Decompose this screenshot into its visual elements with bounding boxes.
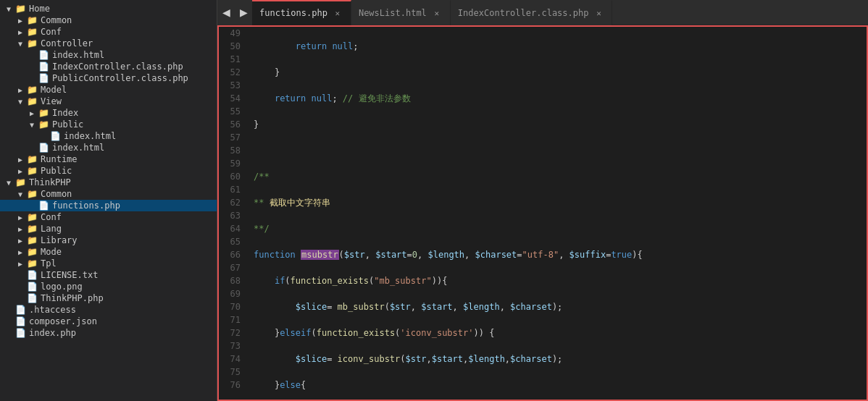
sidebar-item-htaccess[interactable]: 📄 .htaccess <box>0 304 217 316</box>
sidebar-item-license[interactable]: 📄 LICENSE.txt <box>0 269 217 281</box>
label-htaccess: .htaccess <box>29 305 76 315</box>
tab-close-indexcontroller-php[interactable]: ✕ <box>593 7 604 19</box>
sidebar-item-logo[interactable]: 📄 logo.png <box>0 281 217 292</box>
label-publiccontroller: PublicController.class.php <box>52 73 188 83</box>
arrow-public-folder: ▼ <box>26 121 38 129</box>
sidebar-item-view-index-html[interactable]: 📄 index.html <box>0 142 217 153</box>
sidebar-item-thinkphp[interactable]: ▼ 📁 ThinkPHP <box>0 177 217 188</box>
sidebar-item-common1[interactable]: ▶ 📁 Common <box>0 14 217 26</box>
sidebar-item-public-folder[interactable]: ▼ 📁 Public <box>0 119 217 130</box>
sidebar-item-indexcontroller[interactable]: 📄 IndexController.class.php <box>0 61 217 72</box>
arrow-controller: ▼ <box>14 40 26 48</box>
label-model: Model <box>41 85 67 95</box>
file-icon-thinkphp-php: 📄 <box>26 293 38 303</box>
code-content[interactable]: return null; } return null; // 避免非法参数 } … <box>246 25 868 401</box>
label-public2: Public <box>41 166 72 176</box>
sidebar-item-thinkphp-php[interactable]: 📄 ThinkPHP.php <box>0 292 217 304</box>
code-line-58: if(function_exists("mb_substr")){ <box>254 274 861 287</box>
label-public-index-html: index.html <box>64 131 116 141</box>
label-mode: Mode <box>41 247 62 257</box>
file-icon-indexcontroller: 📄 <box>38 62 49 72</box>
tab-label-newslist-html: NewsList.html <box>359 8 427 18</box>
label-indexcontroller: IndexController.class.php <box>52 62 183 72</box>
sidebar-item-conf1[interactable]: ▶ 📁 Conf <box>0 26 217 38</box>
tab-bar: ◀ ▶ functions.php ✕ NewsList.html ✕ Inde… <box>217 0 868 25</box>
code-line-52: } <box>254 118 861 131</box>
code-editor[interactable]: 49 50 51 52 53 54 55 56 57 58 59 60 61 6… <box>217 25 868 401</box>
tab-label-indexcontroller-php: IndexController.class.php <box>458 8 589 18</box>
sidebar-item-composer[interactable]: 📄 composer.json <box>0 316 217 327</box>
folder-icon-library: 📁 <box>26 235 38 245</box>
code-line-55: ** 截取中文字符串 <box>254 196 861 209</box>
sidebar-item-index-html[interactable]: 📄 index.html <box>0 49 217 61</box>
arrow-view: ▼ <box>14 98 26 106</box>
file-icon-index-html: 📄 <box>38 50 49 60</box>
tab-functions-php[interactable]: functions.php ✕ <box>252 0 351 25</box>
sidebar-item-functions-php[interactable]: 📄 functions.php <box>0 200 217 211</box>
sidebar-item-library[interactable]: ▶ 📁 Library <box>0 235 217 246</box>
arrow-lang: ▶ <box>14 225 26 233</box>
folder-icon-common2: 📁 <box>26 189 38 199</box>
label-view-index-html: index.html <box>52 143 104 153</box>
sidebar-item-index-php[interactable]: 📄 index.php <box>0 327 217 339</box>
file-icon-public-index: 📄 <box>49 131 61 141</box>
label-index-php: index.php <box>29 328 76 338</box>
sidebar-item-view[interactable]: ▼ 📁 View <box>0 96 217 107</box>
tab-close-newslist-html[interactable]: ✕ <box>431 7 443 19</box>
arrow-model: ▶ <box>14 86 26 94</box>
label-public-folder: Public <box>52 119 83 130</box>
sidebar-item-publiccontroller[interactable]: 📄 PublicController.class.php <box>0 72 217 84</box>
file-icon-view-index: 📄 <box>38 143 49 153</box>
file-icon-logo: 📄 <box>26 282 38 292</box>
arrow-runtime: ▶ <box>14 156 26 164</box>
label-common1: Common <box>41 15 72 25</box>
label-tpl: Tpl <box>41 258 57 269</box>
code-line-60: }elseif(function_exists('iconv_substr'))… <box>254 326 861 339</box>
line-numbers: 49 50 51 52 53 54 55 56 57 58 59 60 61 6… <box>217 25 246 401</box>
sidebar-item-lang[interactable]: ▶ 📁 Lang <box>0 223 217 235</box>
arrow-public2: ▶ <box>14 167 26 175</box>
arrow-tpl: ▶ <box>14 260 26 268</box>
label-index-html: index.html <box>52 50 104 60</box>
label-thinkphp: ThinkPHP <box>29 177 71 187</box>
label-controller: Controller <box>41 38 93 48</box>
sidebar-item-home[interactable]: ▼ 📁 Home <box>0 3 217 14</box>
sidebar-item-tpl[interactable]: ▶ 📁 Tpl <box>0 258 217 269</box>
folder-icon-home: 📁 <box>14 4 26 14</box>
sidebar-item-conf2[interactable]: ▶ 📁 Conf <box>0 211 217 223</box>
label-conf1: Conf <box>41 27 62 37</box>
arrow-library: ▶ <box>14 237 26 245</box>
sidebar-item-controller[interactable]: ▼ 📁 Controller <box>0 38 217 49</box>
folder-icon-runtime: 📁 <box>26 154 38 164</box>
folder-icon-public2: 📁 <box>26 166 38 176</box>
file-icon-htaccess: 📄 <box>14 305 26 315</box>
folder-icon-controller: 📁 <box>26 38 38 48</box>
arrow-common1: ▶ <box>14 17 26 25</box>
folder-icon-lang: 📁 <box>26 224 38 234</box>
sidebar-item-common2[interactable]: ▼ 📁 Common <box>0 188 217 200</box>
sidebar-item-runtime[interactable]: ▶ 📁 Runtime <box>0 153 217 165</box>
label-thinkphp-php: ThinkPHP.php <box>41 293 104 303</box>
code-line-51: return null; // 避免非法参数 <box>254 92 861 105</box>
label-logo: logo.png <box>41 282 83 292</box>
folder-icon-conf1: 📁 <box>26 27 38 37</box>
tab-nav-prev[interactable]: ◀ <box>217 0 235 25</box>
folder-icon-index: 📁 <box>38 108 49 118</box>
sidebar-item-public2[interactable]: ▶ 📁 Public <box>0 165 217 177</box>
label-conf2: Conf <box>41 212 62 222</box>
arrow-mode: ▶ <box>14 248 26 256</box>
code-line-59: $slice= mb_substr($str, $start, $length,… <box>254 300 861 313</box>
sidebar-item-index-folder[interactable]: ▶ 📁 Index <box>0 107 217 119</box>
folder-icon-model: 📁 <box>26 85 38 95</box>
folder-icon-conf2: 📁 <box>26 212 38 222</box>
tab-close-functions-php[interactable]: ✕ <box>332 7 343 19</box>
arrow-conf2: ▶ <box>14 214 26 221</box>
tab-nav-next[interactable]: ▶ <box>235 0 252 25</box>
sidebar-item-model[interactable]: ▶ 📁 Model <box>0 84 217 96</box>
file-icon-index-php: 📄 <box>14 328 26 338</box>
sidebar-item-public-index-html[interactable]: 📄 index.html <box>0 130 217 142</box>
label-view: View <box>41 96 62 106</box>
tab-indexcontroller-php[interactable]: IndexController.class.php ✕ <box>451 0 613 25</box>
tab-newslist-html[interactable]: NewsList.html ✕ <box>351 0 451 25</box>
sidebar-item-mode[interactable]: ▶ 📁 Mode <box>0 246 217 258</box>
